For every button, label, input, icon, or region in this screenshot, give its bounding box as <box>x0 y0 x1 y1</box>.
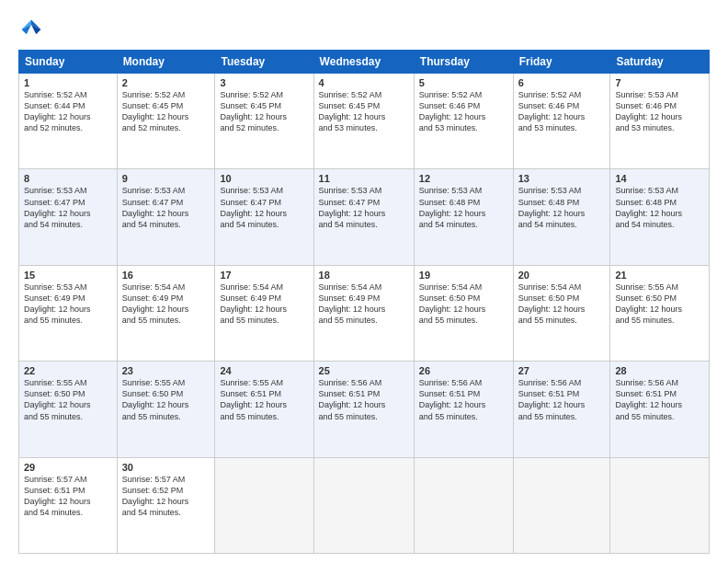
day-number: 10 <box>220 173 308 184</box>
calendar-cell: 7Sunrise: 5:53 AM Sunset: 6:46 PM Daylig… <box>610 74 710 169</box>
day-info: Sunrise: 5:53 AM Sunset: 6:47 PM Dayligh… <box>24 185 112 230</box>
day-number: 3 <box>220 77 308 88</box>
calendar-cell: 9Sunrise: 5:53 AM Sunset: 6:47 PM Daylig… <box>117 169 215 265</box>
calendar-cell: 13Sunrise: 5:53 AM Sunset: 6:48 PM Dayli… <box>513 169 610 265</box>
day-info: Sunrise: 5:54 AM Sunset: 6:50 PM Dayligh… <box>419 282 508 327</box>
calendar-cell <box>414 457 513 553</box>
calendar-cell: 4Sunrise: 5:52 AM Sunset: 6:45 PM Daylig… <box>313 74 414 169</box>
calendar-cell: 26Sunrise: 5:56 AM Sunset: 6:51 PM Dayli… <box>414 362 513 457</box>
calendar-cell: 27Sunrise: 5:56 AM Sunset: 6:51 PM Dayli… <box>513 362 610 457</box>
day-number: 15 <box>24 270 112 281</box>
calendar-cell: 19Sunrise: 5:54 AM Sunset: 6:50 PM Dayli… <box>414 265 513 361</box>
day-info: Sunrise: 5:55 AM Sunset: 6:50 PM Dayligh… <box>615 282 704 327</box>
day-number: 24 <box>220 365 308 376</box>
calendar-cell: 23Sunrise: 5:55 AM Sunset: 6:50 PM Dayli… <box>117 362 215 457</box>
day-number: 30 <box>122 462 210 473</box>
calendar-header-friday: Friday <box>513 51 610 74</box>
calendar-cell: 1Sunrise: 5:52 AM Sunset: 6:44 PM Daylig… <box>19 74 118 169</box>
calendar-cell: 18Sunrise: 5:54 AM Sunset: 6:49 PM Dayli… <box>313 265 414 361</box>
day-info: Sunrise: 5:53 AM Sunset: 6:48 PM Dayligh… <box>419 185 508 230</box>
calendar-cell: 17Sunrise: 5:54 AM Sunset: 6:49 PM Dayli… <box>215 265 313 361</box>
day-info: Sunrise: 5:57 AM Sunset: 6:52 PM Dayligh… <box>122 474 210 519</box>
day-number: 17 <box>220 270 308 281</box>
calendar-row: 1Sunrise: 5:52 AM Sunset: 6:44 PM Daylig… <box>19 74 710 169</box>
day-number: 13 <box>518 173 606 184</box>
calendar-header-sunday: Sunday <box>19 51 118 74</box>
calendar-table: SundayMondayTuesdayWednesdayThursdayFrid… <box>18 50 710 554</box>
day-info: Sunrise: 5:54 AM Sunset: 6:49 PM Dayligh… <box>220 282 308 327</box>
calendar-cell: 15Sunrise: 5:53 AM Sunset: 6:49 PM Dayli… <box>19 265 118 361</box>
header <box>18 17 710 42</box>
calendar-cell: 21Sunrise: 5:55 AM Sunset: 6:50 PM Dayli… <box>610 265 710 361</box>
calendar-cell <box>215 457 313 553</box>
day-number: 12 <box>419 173 508 184</box>
calendar-cell: 12Sunrise: 5:53 AM Sunset: 6:48 PM Dayli… <box>414 169 513 265</box>
day-info: Sunrise: 5:56 AM Sunset: 6:51 PM Dayligh… <box>419 377 508 422</box>
calendar-cell: 16Sunrise: 5:54 AM Sunset: 6:49 PM Dayli… <box>117 265 215 361</box>
day-info: Sunrise: 5:56 AM Sunset: 6:51 PM Dayligh… <box>319 377 409 422</box>
day-number: 20 <box>518 270 606 281</box>
calendar-cell <box>313 457 414 553</box>
day-number: 8 <box>24 173 112 184</box>
calendar-cell: 28Sunrise: 5:56 AM Sunset: 6:51 PM Dayli… <box>610 362 710 457</box>
calendar-cell: 14Sunrise: 5:53 AM Sunset: 6:48 PM Dayli… <box>610 169 710 265</box>
calendar-row: 29Sunrise: 5:57 AM Sunset: 6:51 PM Dayli… <box>19 457 710 553</box>
calendar-header-saturday: Saturday <box>610 51 710 74</box>
day-number: 9 <box>122 173 210 184</box>
day-info: Sunrise: 5:55 AM Sunset: 6:50 PM Dayligh… <box>24 377 112 422</box>
day-number: 7 <box>615 77 704 88</box>
day-info: Sunrise: 5:53 AM Sunset: 6:46 PM Dayligh… <box>615 89 704 134</box>
calendar-header-tuesday: Tuesday <box>215 51 313 74</box>
calendar-header-row: SundayMondayTuesdayWednesdayThursdayFrid… <box>19 51 710 74</box>
calendar-cell <box>513 457 610 553</box>
calendar-cell: 6Sunrise: 5:52 AM Sunset: 6:46 PM Daylig… <box>513 74 610 169</box>
logo <box>18 17 48 42</box>
day-info: Sunrise: 5:52 AM Sunset: 6:44 PM Dayligh… <box>24 89 112 134</box>
day-number: 5 <box>419 77 508 88</box>
day-number: 18 <box>319 270 409 281</box>
day-info: Sunrise: 5:56 AM Sunset: 6:51 PM Dayligh… <box>615 377 704 422</box>
calendar-row: 22Sunrise: 5:55 AM Sunset: 6:50 PM Dayli… <box>19 362 710 457</box>
day-number: 6 <box>518 77 606 88</box>
day-info: Sunrise: 5:55 AM Sunset: 6:51 PM Dayligh… <box>220 377 308 422</box>
calendar-cell: 22Sunrise: 5:55 AM Sunset: 6:50 PM Dayli… <box>19 362 118 457</box>
calendar-row: 8Sunrise: 5:53 AM Sunset: 6:47 PM Daylig… <box>19 169 710 265</box>
calendar-cell: 20Sunrise: 5:54 AM Sunset: 6:50 PM Dayli… <box>513 265 610 361</box>
day-number: 1 <box>24 77 112 88</box>
calendar-cell <box>610 457 710 553</box>
calendar-cell: 5Sunrise: 5:52 AM Sunset: 6:46 PM Daylig… <box>414 74 513 169</box>
calendar-cell: 11Sunrise: 5:53 AM Sunset: 6:47 PM Dayli… <box>313 169 414 265</box>
day-number: 21 <box>615 270 704 281</box>
day-info: Sunrise: 5:52 AM Sunset: 6:45 PM Dayligh… <box>319 89 409 134</box>
day-info: Sunrise: 5:53 AM Sunset: 6:48 PM Dayligh… <box>615 185 704 230</box>
calendar-row: 15Sunrise: 5:53 AM Sunset: 6:49 PM Dayli… <box>19 265 710 361</box>
logo-icon <box>18 17 44 42</box>
calendar-header-monday: Monday <box>117 51 215 74</box>
calendar-header-thursday: Thursday <box>414 51 513 74</box>
day-number: 29 <box>24 462 112 473</box>
day-number: 2 <box>122 77 210 88</box>
page: SundayMondayTuesdayWednesdayThursdayFrid… <box>0 0 728 563</box>
day-number: 22 <box>24 365 112 376</box>
calendar-cell: 2Sunrise: 5:52 AM Sunset: 6:45 PM Daylig… <box>117 74 215 169</box>
day-info: Sunrise: 5:52 AM Sunset: 6:46 PM Dayligh… <box>419 89 508 134</box>
calendar-cell: 8Sunrise: 5:53 AM Sunset: 6:47 PM Daylig… <box>19 169 118 265</box>
day-info: Sunrise: 5:53 AM Sunset: 6:47 PM Dayligh… <box>319 185 409 230</box>
day-info: Sunrise: 5:56 AM Sunset: 6:51 PM Dayligh… <box>518 377 606 422</box>
day-info: Sunrise: 5:54 AM Sunset: 6:49 PM Dayligh… <box>122 282 210 327</box>
day-info: Sunrise: 5:53 AM Sunset: 6:47 PM Dayligh… <box>220 185 308 230</box>
day-number: 26 <box>419 365 508 376</box>
day-number: 4 <box>319 77 409 88</box>
day-info: Sunrise: 5:52 AM Sunset: 6:46 PM Dayligh… <box>518 89 606 134</box>
day-info: Sunrise: 5:52 AM Sunset: 6:45 PM Dayligh… <box>220 89 308 134</box>
calendar-cell: 24Sunrise: 5:55 AM Sunset: 6:51 PM Dayli… <box>215 362 313 457</box>
calendar-cell: 10Sunrise: 5:53 AM Sunset: 6:47 PM Dayli… <box>215 169 313 265</box>
day-number: 11 <box>319 173 409 184</box>
day-info: Sunrise: 5:57 AM Sunset: 6:51 PM Dayligh… <box>24 474 112 519</box>
day-number: 27 <box>518 365 606 376</box>
day-info: Sunrise: 5:53 AM Sunset: 6:49 PM Dayligh… <box>24 282 112 327</box>
day-info: Sunrise: 5:53 AM Sunset: 6:47 PM Dayligh… <box>122 185 210 230</box>
day-number: 25 <box>319 365 409 376</box>
day-number: 16 <box>122 270 210 281</box>
day-info: Sunrise: 5:52 AM Sunset: 6:45 PM Dayligh… <box>122 89 210 134</box>
